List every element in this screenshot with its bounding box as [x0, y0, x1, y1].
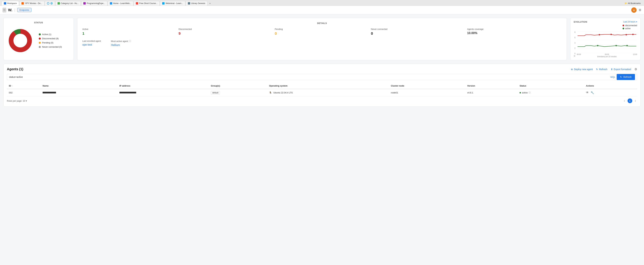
evolution-header: EVOLUTION Last 24 hours ▾ disconnected [574, 21, 637, 30]
details-card: DETAILS Active 1 Disconnected 9 Pending … [77, 18, 567, 60]
more-tabs-button[interactable]: » [208, 1, 212, 6]
chevron-down-icon: ▾ [636, 21, 637, 23]
x-axis-labels: 00:00 06:00 12:00 [577, 53, 637, 55]
libgen-favicon [188, 2, 190, 4]
tab-home-label: Home - LearnWeb... [113, 2, 131, 4]
tab-category[interactable]: Category List - Hu... [55, 1, 81, 6]
agent-id-value: 002 [9, 92, 12, 94]
svg-point-10 [610, 34, 612, 35]
agent-cluster-value: node01 [391, 92, 398, 94]
settings-icon-button[interactable]: ⚙ [639, 8, 641, 12]
edit-agent-icon[interactable]: 🔧 [591, 91, 594, 94]
evo-disconnected-label: disconnected [625, 24, 637, 27]
enrolled-agent-link[interactable]: ope-test [82, 43, 101, 46]
search-input[interactable] [9, 74, 610, 80]
th-cluster: Cluster node [389, 83, 465, 89]
agent-ip-redacted [120, 92, 136, 94]
tab-bar: Hostspace YIFY Movies - Do... 🌐 Category… [2, 1, 642, 6]
tab-world[interactable]: 🌐 [45, 1, 55, 6]
bookmarks-button[interactable]: 📁 All Bookmarks [623, 1, 642, 6]
table-head: ID ↑ Name IP address Group(s) Operating … [7, 83, 637, 89]
plus-icon: ⊕ [571, 68, 573, 70]
next-page-button[interactable]: › [634, 98, 637, 103]
view-agent-icon[interactable]: 👁 [586, 91, 589, 94]
sort-icon-id[interactable]: ↑ [12, 85, 12, 87]
action-icons-container: 👁 🔧 [586, 91, 635, 94]
tab-webmin[interactable]: Webminal - Learn... [160, 1, 185, 6]
deploy-new-agent-button[interactable]: ⊕ Deploy new agent [571, 68, 593, 70]
prev-page-button[interactable]: ‹ [622, 98, 626, 103]
stat-disconnected-value: 9 [178, 31, 273, 36]
tab-category-label: Category List - Hu... [61, 2, 79, 4]
table-settings-gear-icon[interactable]: ⚙ [634, 68, 637, 71]
tab-yify-label: YIFY Movies - Do... [25, 2, 42, 4]
th-id: ID ↑ [7, 83, 40, 89]
most-active-section: Most active agent ⓘ Hellium [111, 40, 131, 47]
export-icon: ⬆ [611, 68, 613, 70]
donut-chart [7, 27, 34, 54]
hostspace-favicon [4, 2, 6, 4]
tab-libgen[interactable]: Library Genesis [186, 1, 208, 6]
th-os: Operating system [267, 83, 389, 89]
agent-os-value: Ubuntu 22.04.4 LTS [273, 92, 293, 94]
rows-per-page-selector[interactable]: Rows per page: 10 ▾ [7, 100, 27, 102]
agents-actions: ⊕ Deploy new agent ↻ Refresh ⬆ Export fo… [571, 68, 637, 71]
refresh-blue-button[interactable]: ↻ Refresh [617, 74, 635, 80]
y-0: 0 [574, 53, 576, 54]
endpoints-badge[interactable]: Endpoints [17, 8, 31, 12]
tab-hostspace[interactable]: Hostspace [2, 1, 19, 6]
app-logo: W. [8, 8, 12, 12]
most-active-info: Most active agent ⓘ [111, 40, 131, 42]
tab-home[interactable]: Home - LearnWeb... [108, 1, 134, 6]
chart-timestamp-label: timestamp per 10 minutes [577, 56, 637, 58]
evo-active-label: active [625, 27, 630, 30]
active-label: Active (1) [42, 33, 51, 36]
stat-active: Active 1 [82, 28, 177, 36]
refresh-action-button[interactable]: ↻ Refresh [596, 68, 607, 70]
hamburger-menu-button[interactable]: ☰ [3, 8, 6, 12]
never-connected-label: Never connected (0) [42, 46, 62, 48]
legend-never-connected: Never connected (0) [39, 46, 62, 48]
main-content: STATUS Active (1) Disconnect [0, 14, 644, 110]
th-name: Name [40, 83, 118, 89]
linux-icon: 🐧 [269, 92, 272, 94]
evo-legend-active: active [622, 27, 637, 30]
chart-list-icon[interactable]: ≡ [574, 54, 575, 58]
tab-prog[interactable]: ProgrammingExpe... [81, 1, 107, 6]
tab-libgen-label: Library Genesis [191, 2, 205, 4]
tab-free[interactable]: Free Short Course... [134, 1, 160, 6]
stat-disconnected-label: Disconnected [178, 28, 273, 30]
active-status-dot [520, 92, 521, 94]
wql-badge[interactable]: WQL [610, 76, 615, 78]
cell-os: 🐧 Ubuntu 22.04.4 LTS [267, 89, 389, 96]
stat-coverage-value: 10.00% [467, 31, 562, 35]
yify-favicon [22, 2, 24, 4]
svg-point-2 [14, 34, 27, 47]
agents-section: Agents (1) ⊕ Deploy new agent ↻ Refresh … [3, 64, 641, 107]
status-info-icon[interactable]: ⓘ [528, 91, 531, 94]
th-status: Status [518, 83, 584, 89]
current-page-number: 1 [628, 98, 632, 103]
tab-yify[interactable]: YIFY Movies - Do... [19, 1, 44, 6]
agent-version-value: v4.8.1 [467, 92, 473, 94]
refresh-action-icon: ↻ [596, 68, 598, 70]
agents-title: Agents (1) [7, 67, 23, 71]
refresh-action-label: Refresh [599, 68, 607, 70]
tab-prog-label: ProgrammingExpe... [87, 2, 105, 4]
evolution-card-title: EVOLUTION [574, 21, 587, 23]
svg-point-15 [626, 45, 628, 46]
avatar-button[interactable]: a [631, 8, 636, 13]
export-formatted-button[interactable]: ⬆ Export formatted [611, 68, 631, 70]
free-favicon [136, 2, 138, 4]
th-version: Version [465, 83, 518, 89]
status-active-container: active ⓘ [520, 91, 582, 94]
app-bar: ☰ W. | Endpoints a ⚙ [0, 6, 644, 14]
most-active-agent-link[interactable]: Hellium [111, 44, 131, 47]
chart-inner: 00:00 06:00 12:00 timestamp per 10 minut… [577, 31, 637, 58]
details-bottom: Last enrolled agent ope-test Most active… [82, 40, 562, 47]
legend-active: Active (1) [39, 33, 62, 36]
evolution-right: Last 24 hours ▾ disconnected active [622, 21, 637, 30]
cell-cluster: node01 [389, 89, 465, 96]
stat-active-value: 1 [82, 31, 177, 36]
last-24-hours-button[interactable]: Last 24 hours ▾ [623, 21, 637, 23]
